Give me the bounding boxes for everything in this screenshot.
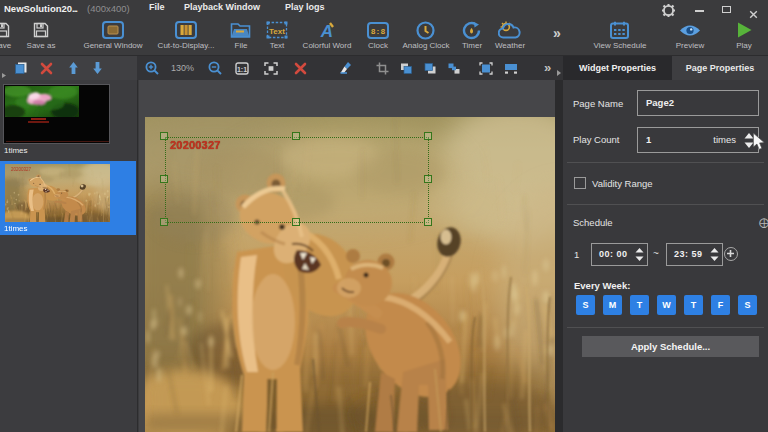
svg-text:Text: Text [269,27,285,36]
svg-text:1:1: 1:1 [237,65,247,72]
svg-text:8:8: 8:8 [371,27,386,36]
